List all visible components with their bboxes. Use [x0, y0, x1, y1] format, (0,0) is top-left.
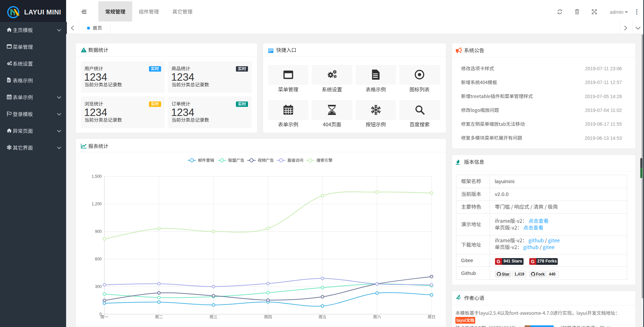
svg-text:1,500: 1,500: [92, 174, 102, 179]
svg-text:1,200: 1,200: [92, 202, 102, 206]
svg-text:900: 900: [95, 229, 102, 234]
svg-text:600: 600: [95, 257, 102, 261]
svg-text:0: 0: [99, 312, 102, 317]
svg-text:300: 300: [95, 284, 102, 289]
